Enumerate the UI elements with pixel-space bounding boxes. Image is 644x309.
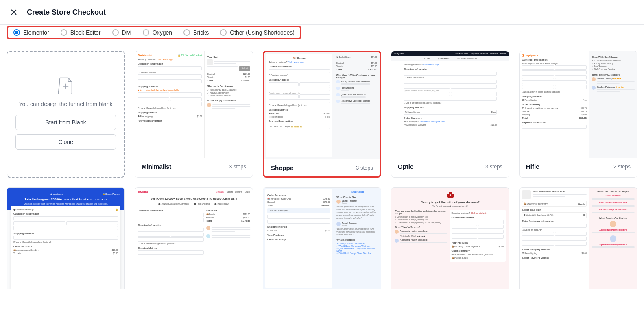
blank-text: You can design the funnel from blank <box>19 101 113 107</box>
builder-tabs-wrap: Elementor Block Editor Divi Oxygen Brick… <box>0 25 644 41</box>
tab-label: Divi <box>122 29 131 36</box>
tab-label: Block Editor <box>70 29 101 36</box>
template-name: Shoppe <box>271 164 293 171</box>
close-button[interactable] <box>8 7 20 18</box>
template-thumbnail: Your Awesome Course Title 📦 Show Order S… <box>520 188 637 289</box>
start-from-blank-button[interactable]: Start from Blank <box>15 115 116 130</box>
template-thumbnail: ◐ Utopia● Details — Secure Payment — Ord… <box>135 188 253 289</box>
template-card-hific[interactable]: ◑ Logoipsum Customer Information Returni… <box>519 51 637 178</box>
template-name: Minimalist <box>142 163 171 170</box>
tab-label: Elementor <box>23 29 49 36</box>
tab-divi[interactable]: Divi <box>112 29 131 36</box>
tab-elementor[interactable]: Elementor <box>13 29 49 36</box>
card-footer: Minimalist 3 steps <box>135 158 253 175</box>
template-steps: 2 steps <box>613 163 631 170</box>
template-card-row2-3[interactable]: Order Summary 📚 Incredible Private Chat$… <box>263 187 381 289</box>
tab-label: Bricks <box>193 29 209 36</box>
modal-header: Create Store Checkout <box>0 0 644 25</box>
radio-icon <box>220 29 227 36</box>
template-thumbnail: Order Summary 📚 Incredible Private Chat$… <box>263 188 381 289</box>
tab-other[interactable]: Other (Using Shortcodes) <box>220 29 295 36</box>
template-card-optic[interactable]: 👁 My Store★★★★★ 4.9/5 – 13,940+ Customer… <box>391 51 509 178</box>
template-card-row2-1[interactable]: ◑ Logoipsum🔒 Secure Payment Join the lea… <box>7 187 125 289</box>
template-steps: 3 steps <box>485 163 502 170</box>
card-footer: Shoppe 3 steps <box>264 159 380 176</box>
tab-label: Oxygen <box>153 29 172 36</box>
template-card-row2-2[interactable]: ◐ Utopia● Details — Secure Payment — Ord… <box>135 187 253 289</box>
template-thumbnail: 🏠 Shoppe Returning customer? Click here … <box>264 52 380 159</box>
blank-file-icon <box>57 76 75 94</box>
template-steps: 3 steps <box>356 165 373 171</box>
template-thumbnail: Ready to get the skin of your dreams? Yo… <box>391 188 509 289</box>
cart-icon <box>445 191 455 198</box>
template-card-shoppe[interactable]: 🏠 Shoppe Returning customer? Click here … <box>263 51 381 178</box>
radio-icon <box>112 29 119 36</box>
template-name: Optic <box>398 163 413 170</box>
close-icon <box>11 9 17 15</box>
template-thumbnail: ◑ Logoipsum Customer Information Returni… <box>520 51 637 158</box>
template-thumbnail: 👁 My Store★★★★★ 4.9/5 – 13,940+ Customer… <box>391 51 509 158</box>
blank-card: You can design the funnel from blank Sta… <box>7 51 125 178</box>
tab-oxygen[interactable]: Oxygen <box>143 29 172 36</box>
radio-icon <box>13 29 20 36</box>
template-card-minimalist[interactable]: ⟲ minimalist🔒 SSL Secured Checkout Retur… <box>135 51 253 178</box>
card-footer: Optic 3 steps <box>391 158 509 175</box>
card-footer: Hific 2 steps <box>520 158 637 175</box>
template-name: Hific <box>526 163 539 170</box>
template-steps: 3 steps <box>229 163 246 170</box>
template-thumbnail: ◑ Logoipsum🔒 Secure Payment Join the lea… <box>7 188 124 289</box>
template-grid: You can design the funnel from blank Sta… <box>0 41 644 299</box>
builder-tabs: Elementor Block Editor Divi Oxygen Brick… <box>7 26 301 39</box>
page-title: Create Store Checkout <box>27 8 106 17</box>
tab-bricks[interactable]: Bricks <box>183 29 209 36</box>
tab-block-editor[interactable]: Block Editor <box>61 29 101 36</box>
radio-icon <box>183 29 190 36</box>
template-card-row2-5[interactable]: Your Awesome Course Title 📦 Show Order S… <box>519 187 637 289</box>
radio-icon <box>143 29 149 36</box>
template-thumbnail: ⟲ minimalist🔒 SSL Secured Checkout Retur… <box>135 51 253 158</box>
tab-label: Other (Using Shortcodes) <box>230 29 295 36</box>
template-card-row2-4[interactable]: Ready to get the skin of your dreams? Yo… <box>391 187 509 289</box>
clone-button[interactable]: Clone <box>15 134 116 150</box>
radio-icon <box>61 29 67 36</box>
